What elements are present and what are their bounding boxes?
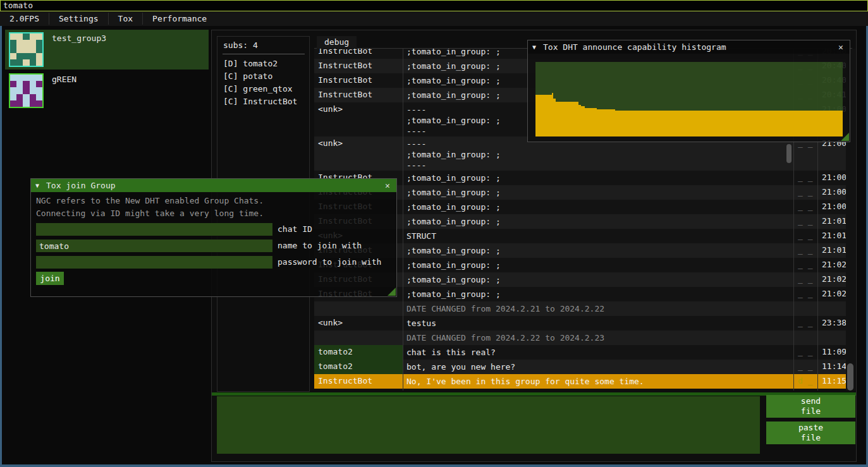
close-icon[interactable]: ✕ <box>382 179 393 192</box>
subs-member[interactable]: [C] potato <box>223 70 297 83</box>
dht-histogram-title: Tox DHT announce capability histogram <box>543 40 726 54</box>
message-timestamp: 11:15 <box>822 376 847 385</box>
message-timestamp: 21:02 <box>822 260 847 269</box>
window-frame-bottom <box>0 464 868 467</box>
message-cell-scrollbar-handle[interactable] <box>786 144 792 163</box>
message-status-flags: _ _ <box>798 216 818 226</box>
column-divider[interactable] <box>403 49 403 391</box>
window-frame-left <box>0 11 2 467</box>
date-changed-text: DATE CHANGED from 2024.2.22 to 2024.2.23 <box>406 332 791 343</box>
histogram-bar <box>615 111 843 136</box>
date-changed-row[interactable]: DATE CHANGED from 2024.2.22 to 2024.2.23 <box>314 331 846 345</box>
join-name-label: name to join with <box>278 240 362 252</box>
message-status-flags: _ _ <box>798 187 818 197</box>
histogram-bar <box>556 102 578 136</box>
join-group-window: ▼ Tox join Group ✕ NGC refers to the New… <box>30 178 397 297</box>
menu-item-performance[interactable]: Performance <box>143 11 216 26</box>
sidebar-item-test_group3[interactable]: test_group3 <box>5 30 209 70</box>
dht-histogram-titlebar[interactable]: ▼ Tox DHT announce capability histogram … <box>528 40 850 54</box>
message-text: ;tomato_in_group: ; <box>406 173 791 183</box>
message-status-flags: _ _ <box>798 361 818 371</box>
subs-member[interactable]: [C] InstructBot <box>223 95 297 108</box>
message-status-flags: _ _ <box>798 347 818 356</box>
resize-grip[interactable] <box>841 133 849 141</box>
message-timestamp: 21:01 <box>822 231 847 240</box>
tab-debug[interactable]: debug <box>317 36 357 49</box>
message-text: bot, are you new here? <box>406 361 791 372</box>
join-name-input[interactable] <box>36 240 272 252</box>
paste-file-button[interactable]: paste file <box>766 422 855 444</box>
subs-count-label: subs: 4 <box>223 40 258 50</box>
message-status-flags: _ _ <box>798 318 818 327</box>
message-text: ---- ;tomato_in_group: ; ---- <box>406 138 791 171</box>
delivered-flag: d <box>798 376 803 385</box>
chat-composer-splitter[interactable] <box>212 392 856 396</box>
join-password-label: password to join with <box>278 256 381 269</box>
ngc-description-line: NGC refers to the New DHT enabled Group … <box>36 195 264 207</box>
message-timestamp: 21:01 <box>822 216 847 226</box>
message-text: testus <box>406 318 791 329</box>
chat-message-row[interactable]: tomato2chat is this real?_ _11:09 <box>314 345 846 360</box>
message-text: ;tomato_in_group: ; <box>406 187 791 198</box>
chat-message-row[interactable]: <unk>testus_ _23:38 <box>314 316 846 331</box>
sidebar-item-gREEN[interactable]: gREEN <box>5 71 209 111</box>
message-status-flags: _ _ <box>798 245 818 255</box>
chat-message-row[interactable]: tomato2bot, are you new here?_ _11:14 <box>314 360 846 374</box>
chat-scrollbar-handle[interactable] <box>847 363 853 391</box>
subs-member[interactable]: [C] green_qtox <box>223 83 297 95</box>
message-timestamp: 11:09 <box>822 347 847 356</box>
ngc-description-line: Connecting via ID might take a very long… <box>36 207 264 220</box>
sender-name: tomato2 <box>318 361 400 371</box>
chat-message-row[interactable]: InstructBotNo, I've been in this group f… <box>314 374 846 389</box>
send-file-button[interactable]: send file <box>766 395 855 418</box>
chat-id-input[interactable] <box>36 223 272 236</box>
message-status-flags: _ _ <box>798 231 818 240</box>
menu-item-2-0fps: 2.0FPS <box>0 11 49 26</box>
subs-separator <box>223 54 305 54</box>
message-text: ;tomato_in_group: ; <box>406 289 791 300</box>
menu-item-settings[interactable]: Settings <box>49 11 108 26</box>
group-avatar-identicon <box>9 32 44 67</box>
os-titlebar[interactable]: tomato <box>0 0 868 11</box>
dht-capability-histogram-plot[interactable] <box>535 62 843 136</box>
message-timestamp: 21:01 <box>822 245 847 255</box>
chat-id-label: chat ID <box>278 223 312 236</box>
resize-grip[interactable] <box>388 288 396 296</box>
message-timestamp: 21:00 <box>822 173 847 182</box>
sender-name: InstructBot <box>318 61 400 70</box>
message-timestamp: 21:00 <box>822 187 847 197</box>
date-changed-row[interactable]: DATE CHANGED from 2024.2.21 to 2024.2.22 <box>314 301 846 316</box>
join-button[interactable]: join <box>36 272 64 285</box>
group-name-label: gREEN <box>52 75 76 84</box>
sender-name: <unk> <box>318 318 400 327</box>
sender-name: InstructBot <box>318 49 400 56</box>
message-timestamp: 21:02 <box>822 289 847 298</box>
join-group-titlebar[interactable]: ▼ Tox join Group ✕ <box>31 179 396 192</box>
subs-member[interactable]: [D] tomato2 <box>223 58 297 70</box>
collapse-arrow-icon[interactable]: ▼ <box>532 40 536 54</box>
menu-item-tox[interactable]: Tox <box>109 11 142 26</box>
message-text: ;tomato_in_group: ; <box>406 245 791 256</box>
message-status-flags: _ _ <box>798 202 818 211</box>
message-status-flags: _ _ <box>798 289 818 298</box>
sender-name: InstructBot <box>318 75 400 85</box>
histogram-bar <box>597 109 615 136</box>
message-timestamp: 21:00 <box>822 202 847 211</box>
message-text: ;tomato_in_group: ; <box>406 274 791 285</box>
dht-histogram-window: ▼ Tox DHT announce capability histogram … <box>527 40 850 142</box>
sender-name: <unk> <box>318 104 400 114</box>
message-timestamp: 23:38 <box>822 318 847 327</box>
message-timestamp: 21:02 <box>822 274 847 284</box>
sender-name: InstructBot <box>318 376 400 385</box>
join-password-input[interactable] <box>36 256 272 269</box>
collapse-arrow-icon[interactable]: ▼ <box>35 179 39 192</box>
message-input[interactable] <box>217 396 760 454</box>
sender-name: tomato2 <box>318 347 400 356</box>
close-icon[interactable]: ✕ <box>835 40 847 54</box>
histogram-bar <box>585 108 597 136</box>
group-avatar-identicon <box>9 73 44 108</box>
message-text: ;tomato_in_group: ; <box>406 260 791 270</box>
message-text: ;tomato_in_group: ; <box>406 202 791 212</box>
sender-name: <unk> <box>318 138 400 148</box>
message-text: ;tomato_in_group: ; <box>406 216 791 227</box>
